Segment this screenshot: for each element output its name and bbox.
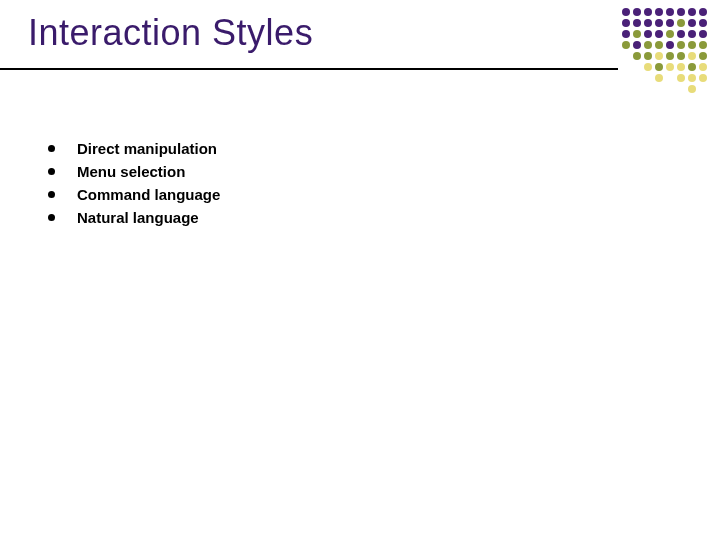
bullet-icon	[48, 168, 55, 175]
list-item: Natural language	[48, 209, 220, 226]
title-underline	[0, 68, 618, 70]
bullet-icon	[48, 145, 55, 152]
bullet-text: Natural language	[77, 209, 199, 226]
bullet-text: Command language	[77, 186, 220, 203]
list-item: Direct manipulation	[48, 140, 220, 157]
bullet-list: Direct manipulation Menu selection Comma…	[48, 140, 220, 232]
list-item: Menu selection	[48, 163, 220, 180]
bullet-text: Menu selection	[77, 163, 185, 180]
decoration-dots	[622, 8, 708, 94]
bullet-text: Direct manipulation	[77, 140, 217, 157]
bullet-icon	[48, 214, 55, 221]
list-item: Command language	[48, 186, 220, 203]
bullet-icon	[48, 191, 55, 198]
slide-title: Interaction Styles	[28, 12, 313, 54]
